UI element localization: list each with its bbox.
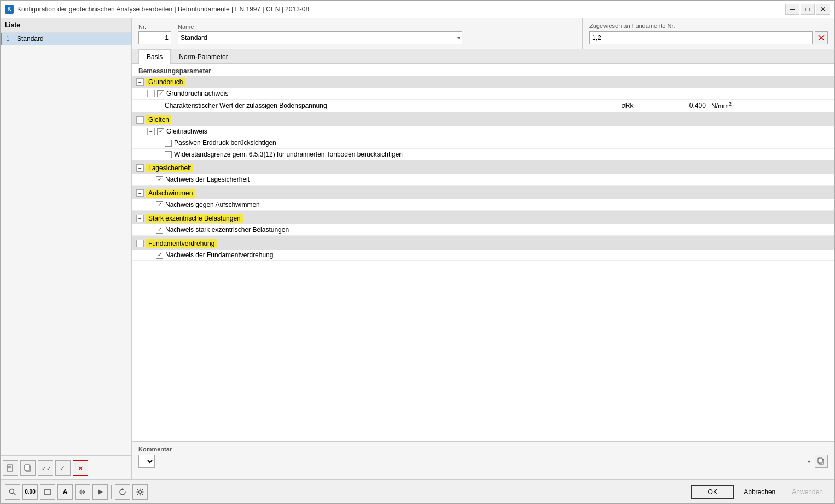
- aufschwimmen-expand-btn[interactable]: −: [136, 189, 144, 197]
- search-bottom-button[interactable]: [5, 484, 20, 500]
- grundbruchnachweis-symbol: [553, 88, 637, 100]
- top-form-left: Nr. Name Standard ▾: [132, 18, 583, 49]
- gleitnachweis-checkbox[interactable]: [157, 128, 164, 135]
- cancel-button[interactable]: Abbrechen: [737, 485, 782, 499]
- category-fundamentverdrehung-row: − Fundamentverdrehung: [132, 236, 834, 250]
- gleiten-expand-btn[interactable]: −: [136, 116, 144, 124]
- passiven-erddruck-label: Passiven Erddruck berücksichtigen: [174, 139, 276, 147]
- maximize-button[interactable]: □: [801, 4, 815, 15]
- kommentar-label: Kommentar: [138, 446, 828, 453]
- grundbruch-expand-btn[interactable]: −: [136, 78, 144, 86]
- text-button[interactable]: A: [57, 484, 73, 500]
- top-form-area: Nr. Name Standard ▾ Zugewies: [132, 18, 834, 49]
- nachweis-lagesicherheit-label: Nachweis der Lagesicherheit: [165, 176, 250, 183]
- sidebar: Liste 1 Standard: [1, 18, 132, 479]
- top-form-right: Zugewiesen an Fundamente Nr.: [583, 18, 834, 49]
- new-button[interactable]: [3, 460, 18, 476]
- right-panel: Nr. Name Standard ▾ Zugewies: [132, 18, 834, 479]
- passiven-erddruck-checkbox[interactable]: [165, 140, 172, 147]
- tab-norm-parameter[interactable]: Norm-Parameter: [171, 49, 236, 64]
- grundbruchnachweis-label: Grundbruchnachweis: [166, 90, 228, 97]
- sidebar-item-number: 1: [6, 35, 15, 43]
- nachweis-lagesicherheit-checkbox[interactable]: [156, 176, 163, 183]
- window-title: Konfiguration der geotechnischen Analyse…: [17, 5, 309, 13]
- stark-exzentrische-label: Stark exzentrische Belastungen: [146, 214, 243, 223]
- name-select-wrapper: Standard ▾: [178, 31, 462, 44]
- grundbruchnachweis-unit: [708, 88, 834, 100]
- tab-basis[interactable]: Basis: [138, 49, 171, 64]
- nachweis-stark-exzentrischer-row: Nachweis stark exzentrischer Belastungen: [132, 224, 834, 236]
- nachweis-fundamentverdrehung-label: Nachweis der Fundamentverdrehung: [165, 251, 273, 259]
- grundbruchnachweis-row: − Grundbruchnachweis: [132, 88, 834, 100]
- category-lagesicherheit-row: − Lagesicherheit: [132, 160, 834, 175]
- widerstandsgrenze-row: Widerstandsgrenze gem. 6.5.3(12) für und…: [132, 149, 834, 160]
- apply-button[interactable]: Anwenden: [785, 485, 830, 499]
- close-button[interactable]: ✕: [816, 4, 830, 15]
- fundamentverdrehung-expand-btn[interactable]: −: [136, 240, 144, 247]
- text-label: A: [63, 488, 68, 496]
- grundbruchnachweis-expand-btn[interactable]: −: [147, 90, 155, 97]
- settings-button[interactable]: [132, 484, 148, 500]
- passiven-erddruck-row: Passiven Erddruck berücksichtigen: [132, 137, 834, 149]
- dialog-buttons: OK Abbrechen Anwenden: [691, 485, 830, 499]
- char-wert-value: 0.400: [637, 100, 708, 112]
- validate-green-button[interactable]: ✓✓: [38, 460, 53, 476]
- aufschwimmen-label: Aufschwimmen: [146, 189, 195, 198]
- nachweis-stark-exzentrischer-checkbox[interactable]: [156, 227, 163, 234]
- widerstandsgrenze-label: Widerstandsgrenze gem. 6.5.3(12) für und…: [174, 150, 403, 158]
- gleitnachweis-expand-btn[interactable]: −: [147, 128, 155, 135]
- assigned-input[interactable]: [589, 31, 813, 44]
- window-controls: ─ □ ✕: [785, 4, 830, 15]
- kommentar-select[interactable]: [138, 455, 155, 468]
- svg-text:✓: ✓: [60, 465, 65, 472]
- grundbruch-label: Grundbruch: [146, 78, 185, 86]
- toolbar-separator: [111, 485, 112, 499]
- svg-text:✕: ✕: [78, 465, 83, 472]
- svg-rect-0: [7, 465, 13, 471]
- lagesicherheit-expand-btn[interactable]: −: [136, 164, 144, 172]
- delete-button[interactable]: ✕: [73, 460, 88, 476]
- copy-button[interactable]: [20, 460, 36, 476]
- ok-button[interactable]: OK: [691, 485, 734, 499]
- assigned-clear-button[interactable]: [815, 31, 828, 44]
- content-area: Bemessungsparameter: [132, 64, 834, 479]
- play-button[interactable]: [92, 484, 108, 500]
- category-aufschwimmen-row: − Aufschwimmen: [132, 186, 834, 200]
- refresh-button[interactable]: [115, 484, 130, 500]
- kommentar-copy-button[interactable]: [815, 455, 828, 468]
- char-wert-row: Charakteristischer Wert der zulässigen B…: [132, 100, 834, 112]
- nachweis-fundamentverdrehung-checkbox[interactable]: [156, 252, 163, 259]
- nachweis-aufschwimmen-checkbox[interactable]: [156, 201, 163, 208]
- svg-point-16: [139, 490, 142, 493]
- sidebar-item-standard[interactable]: 1 Standard: [1, 33, 131, 45]
- grundbruchnachweis-checkbox[interactable]: [157, 90, 164, 97]
- kommentar-area: Kommentar ▾: [132, 441, 834, 479]
- category-grundbruch-row: − Grundbruch: [132, 76, 834, 88]
- main-window: K Konfiguration der geotechnischen Analy…: [0, 0, 835, 504]
- arrows-button[interactable]: [75, 484, 90, 500]
- widerstandsgrenze-checkbox[interactable]: [165, 151, 172, 158]
- name-form-group: Name Standard ▾: [178, 24, 462, 44]
- name-select[interactable]: Standard: [178, 31, 462, 44]
- gleitnachweis-row: − Gleitnachweis: [132, 126, 834, 137]
- char-wert-unit: N/mm2: [708, 100, 834, 112]
- bottom-toolbar: 0.00 A: [1, 479, 834, 503]
- svg-rect-4: [25, 465, 30, 470]
- svg-marker-15: [98, 489, 103, 495]
- nachweis-aufschwimmen-label: Nachweis gegen Aufschwimmen: [165, 201, 260, 208]
- params-scroll-area[interactable]: Bemessungsparameter: [132, 64, 834, 441]
- rect-button[interactable]: [40, 484, 55, 500]
- char-wert-label: Charakteristischer Wert der zulässigen B…: [165, 102, 327, 109]
- minimize-button[interactable]: ─: [785, 4, 799, 15]
- nr-form-group: Nr.: [138, 24, 171, 44]
- fundamentverdrehung-label: Fundamentverdrehung: [146, 239, 217, 248]
- assigned-header: Zugewiesen an Fundamente Nr.: [589, 22, 828, 29]
- stark-exzentrische-expand-btn[interactable]: −: [136, 215, 144, 222]
- svg-rect-14: [45, 489, 50, 495]
- nr-input[interactable]: [138, 31, 171, 44]
- value-button[interactable]: 0.00: [22, 484, 38, 500]
- bemessungsparameter-label: Bemessungsparameter: [138, 67, 211, 75]
- validate-button[interactable]: ✓: [55, 460, 71, 476]
- svg-text:✓✓: ✓✓: [42, 465, 50, 472]
- category-stark-exzentrische-row: − Stark exzentrische Belastungen: [132, 211, 834, 225]
